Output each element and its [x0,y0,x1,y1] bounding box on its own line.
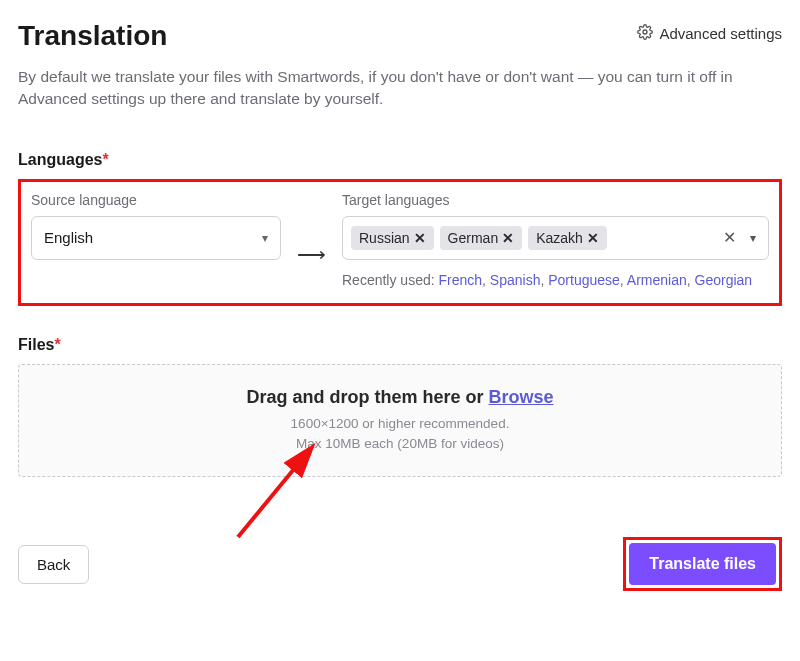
clear-all-icon[interactable]: ✕ [723,228,736,247]
chevron-down-icon[interactable]: ▾ [750,231,756,245]
language-chip: German ✕ [440,226,523,250]
svg-point-0 [643,30,647,34]
translate-files-button[interactable]: Translate files [629,543,776,585]
browse-link[interactable]: Browse [489,387,554,407]
recent-language-link[interactable]: Spanish [490,272,541,288]
arrow-right-icon: ⟶ [297,242,326,266]
page-title: Translation [18,20,167,52]
chip-remove-icon[interactable]: ✕ [414,230,426,246]
dropzone-hint-2: Max 10MB each (20MB for videos) [29,434,771,454]
languages-section-label: Languages* [18,151,782,169]
language-chip: Kazakh ✕ [528,226,607,250]
target-languages-label: Target languages [342,192,769,208]
source-language-value: English [44,229,93,246]
chevron-down-icon: ▾ [262,231,268,245]
dropzone-title: Drag and drop them here or Browse [29,387,771,408]
back-button[interactable]: Back [18,545,89,584]
languages-highlight-box: Source language English ▾ ⟶ Target langu… [18,179,782,306]
files-section-label: Files* [18,336,782,354]
target-languages-select[interactable]: Russian ✕ German ✕ Kazakh ✕ ✕ ▾ [342,216,769,260]
recently-used-row: Recently used: French, Spanish, Portugue… [342,270,769,291]
gear-icon [637,24,653,43]
source-language-label: Source language [31,192,281,208]
chip-remove-icon[interactable]: ✕ [587,230,599,246]
advanced-settings-label: Advanced settings [659,25,782,42]
chip-remove-icon[interactable]: ✕ [502,230,514,246]
description-text: By default we translate your files with … [18,66,782,111]
advanced-settings-link[interactable]: Advanced settings [637,24,782,43]
recent-language-link[interactable]: Portuguese [548,272,620,288]
recent-language-link[interactable]: Georgian [695,272,753,288]
recent-language-link[interactable]: Armenian [627,272,687,288]
translate-button-highlight: Translate files [623,537,782,591]
source-language-select[interactable]: English ▾ [31,216,281,260]
language-chip: Russian ✕ [351,226,434,250]
dropzone-hint-1: 1600×1200 or higher recommended. [29,414,771,434]
file-dropzone[interactable]: Drag and drop them here or Browse 1600×1… [18,364,782,478]
recent-language-link[interactable]: French [439,272,483,288]
